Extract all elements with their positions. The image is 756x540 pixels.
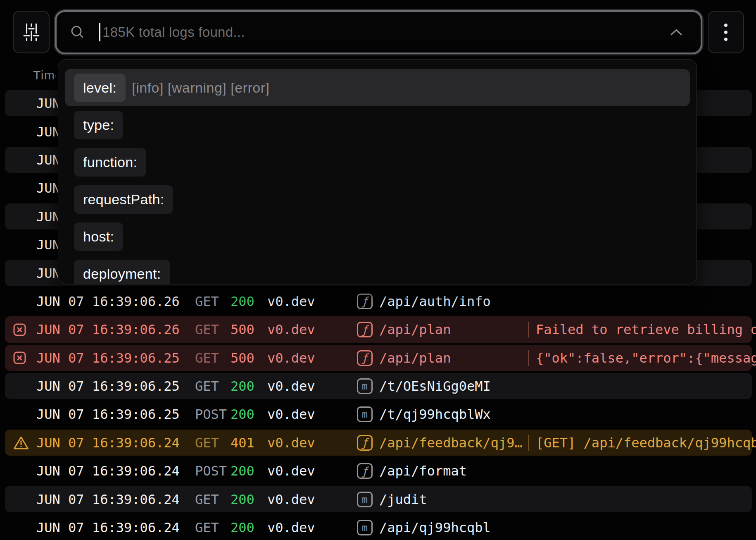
log-host: v0.dev [267,406,357,422]
log-path: /api/qj99hcqbl [379,520,528,535]
log-host: v0.dev [267,350,357,366]
log-status: 200 [231,492,267,507]
log-method: GET [195,435,231,451]
log-timestamp: JUN 07 16:39:06.25 [36,378,195,394]
log-timestamp: JUN 07 16:39:06.24 [36,492,195,507]
suggestion-key: requestPath: [74,185,173,214]
suggestion-key: level: [74,74,126,102]
filter-button[interactable] [13,11,50,53]
log-host: v0.dev [267,463,357,479]
log-status: 200 [231,520,267,535]
chevron-up-icon[interactable] [670,29,682,36]
log-method: GET [195,520,231,535]
more-options-button[interactable] [708,11,744,53]
log-status: 200 [231,378,267,394]
log-method: POST [195,463,231,479]
log-path: /api/feedback/qj9… [379,435,528,451]
search-placeholder: 185K total logs found... [102,24,245,40]
log-path: /judit [379,492,528,507]
timestamp-column-header: Timestamp [33,68,56,82]
log-timestamp: JUN 07 16:39:06.26 [36,322,195,337]
log-timestamp: JUN 07 16:39:06.24 [36,463,195,479]
log-row[interactable]: JUN 07 16:39:06.24GET401v0.devƒ/api/feed… [0,429,756,457]
suggestion-hint: [info] [warning] [error] [132,80,269,96]
log-timestamp: JUN 07 16:39:06.25 [36,350,195,366]
log-path: /api/auth/info [379,294,528,309]
log-message: Failed to retrieve billing de [528,322,756,337]
suggestion-type[interactable]: type: [65,106,690,143]
log-method: GET [195,294,231,309]
middleware-icon: m [357,406,379,422]
log-status: 500 [231,322,267,337]
log-path: /t/qj99hcqblWx [379,406,528,422]
suggestion-key: function: [74,148,146,177]
log-host: v0.dev [267,435,357,451]
log-path: /api/format [379,463,528,479]
middleware-icon: m [357,378,379,394]
log-row[interactable]: JUN 07 16:39:06.24GET200v0.devm/judit [0,485,756,513]
suggestion-requestPath[interactable]: requestPath: [65,181,690,218]
log-row[interactable]: JUN 07 16:39:06.24POST200v0.devƒ/api/for… [0,457,756,485]
suggestion-key: deployment: [74,260,170,285]
search-icon [71,25,85,39]
log-host: v0.dev [267,378,357,394]
suggestion-deployment[interactable]: deployment: [65,255,690,284]
error-icon [13,351,36,364]
log-method: GET [195,322,231,337]
log-timestamp: JUN 07 16:39:06.26 [36,294,195,309]
log-row[interactable]: JUN 07 16:39:06.26GET500v0.devƒ/api/plan… [0,315,756,344]
log-status: 200 [231,294,267,309]
log-path: /api/plan [379,350,528,366]
log-timestamp: JUN 07 16:39:06.24 [36,520,195,535]
log-method: GET [195,378,231,394]
log-status: 200 [231,463,267,479]
log-host: v0.dev [267,492,357,507]
log-host: v0.dev [267,294,357,309]
suggestion-level[interactable]: level:[info] [warning] [error] [65,69,690,106]
log-method: POST [195,406,231,422]
log-path: /t/OEsNiGg0eMI [379,378,528,394]
log-message: {"ok":false,"error":{"messag [528,350,756,366]
search-input[interactable]: 185K total logs found... [55,10,702,54]
log-host: v0.dev [267,520,357,535]
function-icon: ƒ [357,294,379,309]
log-timestamp: JUN 07 16:39:06.25 [36,406,195,422]
log-path: /api/plan [379,322,528,337]
error-icon [13,323,36,336]
middleware-icon: m [357,492,379,507]
log-timestamp: JUN 07 16:39:06.24 [36,435,195,451]
log-row[interactable]: JUN 07 16:39:06.24GET200v0.devm/api/qj99… [0,514,756,540]
log-row[interactable]: JUN 07 16:39:06.25GET200v0.devm/t/OEsNiG… [0,372,756,400]
log-method: GET [195,350,231,366]
function-icon: ƒ [357,463,379,479]
log-row[interactable]: JUN 07 16:39:06.25POST200v0.devm/t/qj99h… [0,400,756,428]
log-row[interactable]: JUN 07 16:39:06.26GET200v0.devƒ/api/auth… [0,287,756,315]
log-message: [GET] /api/feedback/qj99hcqb [528,435,756,451]
warning-icon [13,436,36,450]
suggestion-key: type: [74,111,123,139]
function-icon: ƒ [357,350,379,366]
text-caret [99,23,100,41]
function-icon: ƒ [357,322,379,337]
log-row[interactable]: JUN 07 16:39:06.25GET500v0.devƒ/api/plan… [0,344,756,372]
function-icon: ƒ [357,435,379,451]
log-host: v0.dev [267,322,357,337]
suggestion-key: host: [74,222,123,251]
log-status: 200 [231,406,267,422]
log-status: 401 [231,435,267,451]
search-suggestions-dropdown: level:[info] [warning] [error]type:funct… [58,59,697,284]
suggestion-function[interactable]: function: [65,143,690,181]
log-status: 500 [231,350,267,366]
kebab-menu-icon [724,24,727,41]
log-method: GET [195,492,231,507]
middleware-icon: m [357,520,379,535]
suggestion-host[interactable]: host: [65,218,690,255]
sliders-icon [22,23,41,42]
